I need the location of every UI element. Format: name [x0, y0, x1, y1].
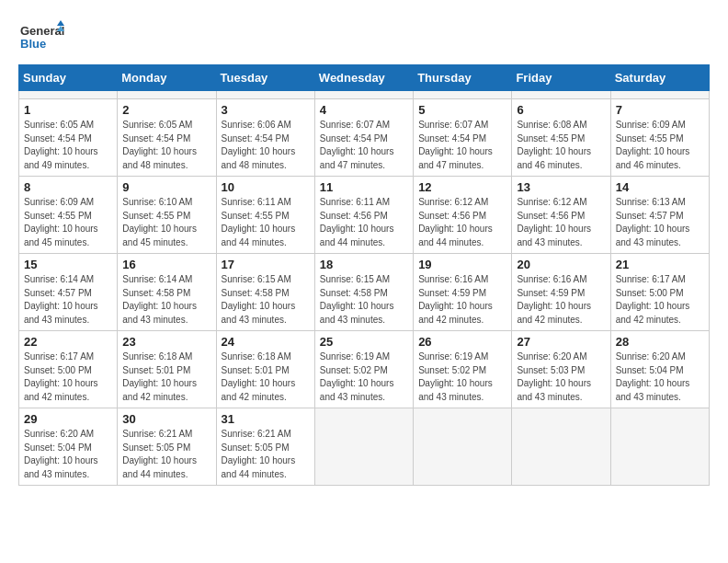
- table-row: 26Sunrise: 6:19 AMSunset: 5:02 PMDayligh…: [414, 331, 512, 408]
- weekday-sunday: Sunday: [19, 65, 118, 91]
- weekday-saturday: Saturday: [610, 65, 709, 91]
- svg-marker-2: [57, 20, 64, 26]
- day-number: 27: [517, 335, 605, 349]
- table-row: 20Sunrise: 6:16 AMSunset: 4:59 PMDayligh…: [512, 254, 610, 331]
- table-row: [414, 408, 512, 486]
- day-number: 11: [320, 180, 408, 194]
- day-info: Sunrise: 6:05 AMSunset: 4:54 PMDaylight:…: [24, 119, 112, 172]
- day-number: 23: [122, 335, 210, 349]
- day-number: 10: [222, 180, 310, 194]
- day-number: 6: [517, 103, 605, 117]
- day-number: 31: [222, 412, 310, 426]
- day-info: Sunrise: 6:17 AMSunset: 5:00 PMDaylight:…: [24, 350, 112, 404]
- day-number: 5: [418, 103, 506, 117]
- table-row: 15Sunrise: 6:14 AMSunset: 4:57 PMDayligh…: [19, 254, 118, 331]
- day-number: 1: [24, 103, 112, 117]
- table-row: 27Sunrise: 6:20 AMSunset: 5:03 PMDayligh…: [512, 331, 610, 408]
- weekday-monday: Monday: [118, 65, 216, 91]
- day-info: Sunrise: 6:10 AMSunset: 4:55 PMDaylight:…: [122, 196, 210, 249]
- day-info: Sunrise: 6:15 AMSunset: 4:58 PMDaylight:…: [320, 273, 408, 327]
- day-number: 25: [320, 335, 408, 349]
- table-row: 9Sunrise: 6:10 AMSunset: 4:55 PMDaylight…: [118, 177, 216, 254]
- day-number: 24: [222, 335, 310, 349]
- day-number: 12: [418, 180, 506, 194]
- day-info: Sunrise: 6:19 AMSunset: 5:02 PMDaylight:…: [418, 350, 506, 404]
- day-info: Sunrise: 6:20 AMSunset: 5:04 PMDaylight:…: [616, 350, 704, 404]
- table-row: 28Sunrise: 6:20 AMSunset: 5:04 PMDayligh…: [610, 331, 709, 408]
- table-row: 4Sunrise: 6:07 AMSunset: 4:54 PMDaylight…: [314, 99, 413, 177]
- day-info: Sunrise: 6:19 AMSunset: 5:02 PMDaylight:…: [320, 350, 408, 404]
- table-row: 6Sunrise: 6:08 AMSunset: 4:55 PMDaylight…: [512, 99, 610, 177]
- day-number: 4: [320, 103, 408, 117]
- logo: General Blue: [18, 18, 64, 55]
- day-info: Sunrise: 6:08 AMSunset: 4:55 PMDaylight:…: [517, 119, 605, 172]
- calendar-week-2: 8Sunrise: 6:09 AMSunset: 4:55 PMDaylight…: [19, 177, 710, 254]
- table-row: 21Sunrise: 6:17 AMSunset: 5:00 PMDayligh…: [610, 254, 709, 331]
- day-info: Sunrise: 6:18 AMSunset: 5:01 PMDaylight:…: [222, 350, 310, 404]
- day-info: Sunrise: 6:09 AMSunset: 4:55 PMDaylight:…: [24, 196, 112, 249]
- table-row: 11Sunrise: 6:11 AMSunset: 4:56 PMDayligh…: [314, 177, 413, 254]
- table-row: 8Sunrise: 6:09 AMSunset: 4:55 PMDaylight…: [19, 177, 118, 254]
- day-info: Sunrise: 6:20 AMSunset: 5:04 PMDaylight:…: [24, 428, 112, 481]
- table-row: 22Sunrise: 6:17 AMSunset: 5:00 PMDayligh…: [19, 331, 118, 408]
- table-row: [314, 91, 413, 99]
- day-info: Sunrise: 6:11 AMSunset: 4:55 PMDaylight:…: [222, 196, 310, 249]
- table-row: 13Sunrise: 6:12 AMSunset: 4:56 PMDayligh…: [512, 177, 610, 254]
- day-number: 17: [222, 258, 310, 271]
- day-number: 9: [122, 180, 210, 194]
- calendar-week-3: 15Sunrise: 6:14 AMSunset: 4:57 PMDayligh…: [19, 254, 710, 331]
- table-row: [118, 91, 216, 99]
- day-info: Sunrise: 6:05 AMSunset: 4:54 PMDaylight:…: [122, 119, 210, 172]
- day-number: 28: [616, 335, 704, 349]
- day-number: 20: [517, 258, 605, 271]
- table-row: 25Sunrise: 6:19 AMSunset: 5:02 PMDayligh…: [314, 331, 413, 408]
- day-info: Sunrise: 6:14 AMSunset: 4:57 PMDaylight:…: [24, 273, 112, 327]
- weekday-thursday: Thursday: [414, 65, 512, 91]
- table-row: 17Sunrise: 6:15 AMSunset: 4:58 PMDayligh…: [216, 254, 314, 331]
- day-number: 7: [616, 103, 704, 117]
- table-row: 16Sunrise: 6:14 AMSunset: 4:58 PMDayligh…: [118, 254, 216, 331]
- day-number: 14: [616, 180, 704, 194]
- day-info: Sunrise: 6:07 AMSunset: 4:54 PMDaylight:…: [418, 119, 506, 172]
- day-info: Sunrise: 6:20 AMSunset: 5:03 PMDaylight:…: [517, 350, 605, 404]
- weekday-tuesday: Tuesday: [216, 65, 314, 91]
- table-row: [610, 91, 709, 99]
- calendar-header-row: SundayMondayTuesdayWednesdayThursdayFrid…: [19, 65, 710, 91]
- table-row: 1Sunrise: 6:05 AMSunset: 4:54 PMDaylight…: [19, 99, 118, 177]
- day-info: Sunrise: 6:11 AMSunset: 4:56 PMDaylight:…: [320, 196, 408, 249]
- day-number: 21: [616, 258, 704, 271]
- day-info: Sunrise: 6:17 AMSunset: 5:00 PMDaylight:…: [616, 273, 704, 327]
- day-info: Sunrise: 6:13 AMSunset: 4:57 PMDaylight:…: [616, 196, 704, 249]
- table-row: 3Sunrise: 6:06 AMSunset: 4:54 PMDaylight…: [216, 99, 314, 177]
- table-row: 12Sunrise: 6:12 AMSunset: 4:56 PMDayligh…: [414, 177, 512, 254]
- day-info: Sunrise: 6:16 AMSunset: 4:59 PMDaylight:…: [418, 273, 506, 327]
- table-row: 24Sunrise: 6:18 AMSunset: 5:01 PMDayligh…: [216, 331, 314, 408]
- day-number: 3: [222, 103, 310, 117]
- calendar-week-5: 29Sunrise: 6:20 AMSunset: 5:04 PMDayligh…: [19, 408, 710, 486]
- table-row: 29Sunrise: 6:20 AMSunset: 5:04 PMDayligh…: [19, 408, 118, 486]
- page-header: General Blue: [18, 18, 710, 55]
- day-info: Sunrise: 6:07 AMSunset: 4:54 PMDaylight:…: [320, 119, 408, 172]
- weekday-wednesday: Wednesday: [314, 65, 413, 91]
- day-info: Sunrise: 6:16 AMSunset: 4:59 PMDaylight:…: [517, 273, 605, 327]
- day-info: Sunrise: 6:09 AMSunset: 4:55 PMDaylight:…: [616, 119, 704, 172]
- table-row: [19, 91, 118, 99]
- table-row: 19Sunrise: 6:16 AMSunset: 4:59 PMDayligh…: [414, 254, 512, 331]
- table-row: 31Sunrise: 6:21 AMSunset: 5:05 PMDayligh…: [216, 408, 314, 486]
- calendar-week-1: 1Sunrise: 6:05 AMSunset: 4:54 PMDaylight…: [19, 99, 710, 177]
- day-number: 22: [24, 335, 112, 349]
- day-number: 29: [24, 412, 112, 426]
- table-row: 30Sunrise: 6:21 AMSunset: 5:05 PMDayligh…: [118, 408, 216, 486]
- logo-icon: General Blue: [18, 18, 64, 55]
- day-number: 26: [418, 335, 506, 349]
- table-row: 23Sunrise: 6:18 AMSunset: 5:01 PMDayligh…: [118, 331, 216, 408]
- day-number: 18: [320, 258, 408, 271]
- table-row: 10Sunrise: 6:11 AMSunset: 4:55 PMDayligh…: [216, 177, 314, 254]
- table-row: [414, 91, 512, 99]
- day-number: 13: [517, 180, 605, 194]
- day-info: Sunrise: 6:15 AMSunset: 4:58 PMDaylight:…: [222, 273, 310, 327]
- table-row: [216, 91, 314, 99]
- table-row: 5Sunrise: 6:07 AMSunset: 4:54 PMDaylight…: [414, 99, 512, 177]
- day-number: 19: [418, 258, 506, 271]
- table-row: [512, 91, 610, 99]
